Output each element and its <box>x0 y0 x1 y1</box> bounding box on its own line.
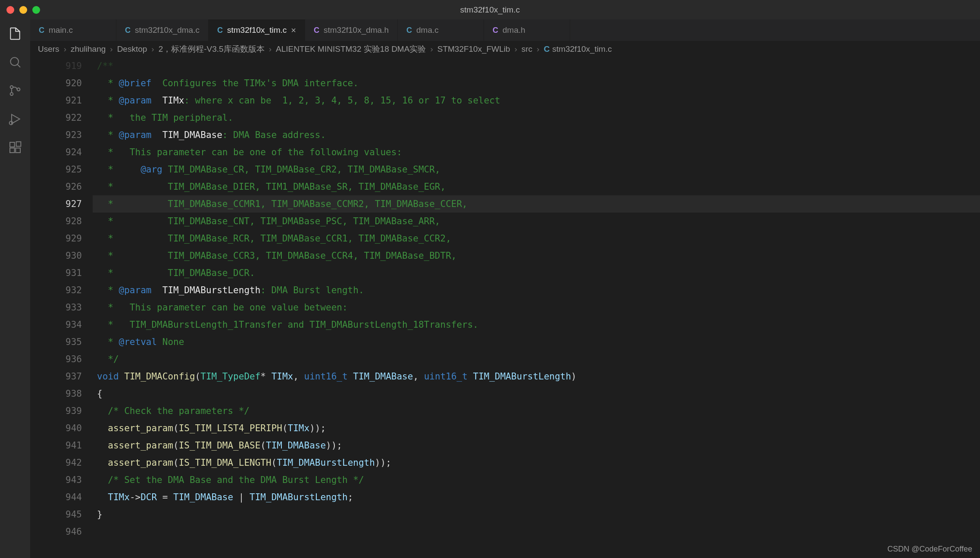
svg-point-0 <box>10 57 19 66</box>
code-token: None <box>157 337 184 347</box>
line-number: 930 <box>30 247 82 264</box>
code-token: ( <box>173 440 179 451</box>
svg-rect-7 <box>10 142 15 147</box>
code-line[interactable]: /* Check the parameters */ <box>93 402 980 420</box>
code-line[interactable]: * @brief Configures the TIMx's DMA inter… <box>93 75 980 92</box>
tab-label: stm32f10x_dma.c <box>135 25 200 35</box>
tab-dma-c[interactable]: Cdma.c <box>398 19 484 41</box>
line-number: 932 <box>30 282 82 299</box>
code-token <box>151 130 162 140</box>
code-token: { <box>97 389 103 399</box>
breadcrumb-segment[interactable]: 2，标准例程-V3.5库函数版本 <box>159 44 265 55</box>
extensions-icon[interactable] <box>7 140 23 155</box>
code-token: TIM_TypeDef <box>200 371 260 382</box>
code-line[interactable] <box>93 523 980 540</box>
minimize-window-button[interactable] <box>19 6 27 14</box>
code-token: Configures the TIMx's DMA interface. <box>151 78 358 88</box>
tab-main-c[interactable]: Cmain.c <box>30 19 116 41</box>
line-number: 936 <box>30 351 82 368</box>
explorer-icon[interactable] <box>7 26 23 41</box>
code-token: TIMx <box>288 423 310 433</box>
source-control-icon[interactable] <box>7 83 23 98</box>
code-line[interactable]: * TIM_DMABurstLength_1Transfer and TIM_D… <box>93 316 980 333</box>
code-line[interactable]: * @retval None <box>93 333 980 351</box>
breadcrumb-segment[interactable]: Desktop <box>117 44 147 54</box>
code-token: /** <box>97 61 113 71</box>
code-line[interactable]: * TIM_DMABase_CCR3, TIM_DMABase_CCR4, TI… <box>93 247 980 264</box>
code-line[interactable]: * This parameter can be one of the follo… <box>93 144 980 161</box>
tab-stm32f10x_dma-c[interactable]: Cstm32f10x_dma.c <box>116 19 209 41</box>
code-token: ; <box>348 492 353 502</box>
svg-rect-9 <box>16 148 20 153</box>
code-token: /* Check the parameters */ <box>108 406 250 416</box>
tab-stm32f10x_dma-h[interactable]: Cstm32f10x_dma.h <box>305 19 398 41</box>
c-file-icon: C <box>217 26 223 35</box>
chevron-right-icon: › <box>515 44 517 54</box>
code-token: ( <box>282 423 288 433</box>
code-line[interactable]: * the TIM peripheral. <box>93 109 980 126</box>
code-line[interactable]: assert_param(IS_TIM_DMA_LENGTH(TIM_DMABu… <box>93 454 980 471</box>
code-token: )); <box>309 423 326 433</box>
code-token: TIM_DMABase <box>173 492 233 502</box>
code-content[interactable]: /** * @brief Configures the TIMx's DMA i… <box>93 57 980 558</box>
watermark-label: CSDN @CodeForCoffee <box>887 545 972 554</box>
code-line[interactable]: */ <box>93 351 980 368</box>
code-line[interactable]: { <box>93 385 980 402</box>
code-line[interactable]: * @param TIM_DMABase: DMA Base address. <box>93 126 980 144</box>
code-line[interactable]: /** <box>93 57 980 75</box>
maximize-window-button[interactable] <box>32 6 40 14</box>
code-token: * TIM_DMABurstLength_1Transfer and TIM_D… <box>97 320 478 330</box>
line-number: 927 <box>30 195 82 213</box>
code-token: * <box>97 164 140 175</box>
code-line[interactable]: void TIM_DMAConfig(TIM_TypeDef* TIMx, ui… <box>93 368 980 385</box>
code-line[interactable]: TIMx->DCR = TIM_DMABase | TIM_DMABurstLe… <box>93 489 980 506</box>
tab-dma-h[interactable]: Cdma.h <box>484 19 570 41</box>
tab-label: dma.h <box>502 25 525 35</box>
code-line[interactable]: * TIM_DMABase_DCR. <box>93 264 980 282</box>
close-icon[interactable]: × <box>291 25 296 35</box>
line-number: 921 <box>30 92 82 109</box>
code-token: * TIM_DMABase_CCR3, TIM_DMABase_CCR4, TI… <box>97 251 456 261</box>
code-line[interactable]: assert_param(IS_TIM_DMA_BASE(TIM_DMABase… <box>93 437 980 454</box>
code-token: * <box>97 130 119 140</box>
chevron-right-icon: › <box>64 44 66 54</box>
breadcrumb-segment[interactable]: Users <box>38 44 59 54</box>
close-window-button[interactable] <box>6 6 14 14</box>
code-line[interactable]: * TIM_DMABase_CNT, TIM_DMABase_PSC, TIM_… <box>93 213 980 230</box>
line-number: 928 <box>30 213 82 230</box>
code-token: @brief <box>119 78 152 88</box>
breadcrumbs[interactable]: Users›zhulihang›Desktop›2，标准例程-V3.5库函数版本… <box>30 41 980 57</box>
code-line[interactable]: * @param TIMx: where x can be 1, 2, 3, 4… <box>93 92 980 109</box>
code-line[interactable]: * TIM_DMABase_RCR, TIM_DMABase_CCR1, TIM… <box>93 230 980 247</box>
code-token: -> <box>130 492 140 502</box>
breadcrumb-segment[interactable]: ALIENTEK MINISTM32 实验18 DMA实验 <box>276 44 426 55</box>
code-token: ( <box>260 440 266 451</box>
code-line[interactable]: /* Set the DMA Base and the DMA Burst Le… <box>93 471 980 489</box>
code-line[interactable]: assert_param(IS_TIM_LIST4_PERIPH(TIMx)); <box>93 420 980 437</box>
line-number: 923 <box>30 126 82 144</box>
search-icon[interactable] <box>7 54 23 70</box>
code-token: * TIM_DMABase_CNT, TIM_DMABase_PSC, TIM_… <box>97 216 440 226</box>
code-line[interactable]: * @arg TIM_DMABase_CR, TIM_DMABase_CR2, … <box>93 161 980 178</box>
code-line[interactable]: * TIM_DMABase_DIER, TIM1_DMABase_SR, TIM… <box>93 178 980 195</box>
code-line[interactable]: * @param TIM_DMABurstLength: DMA Burst l… <box>93 282 980 299</box>
window-title: stm32f10x_tim.c <box>460 5 520 15</box>
breadcrumb-segment[interactable]: src <box>521 44 532 54</box>
line-number: 942 <box>30 454 82 471</box>
code-line[interactable]: * This parameter can be one value betwee… <box>93 299 980 316</box>
code-editor[interactable]: 9199209219229239249259269279289299309319… <box>30 57 980 558</box>
code-line[interactable]: * TIM_DMABase_CCMR1, TIM_DMABase_CCMR2, … <box>93 195 980 213</box>
breadcrumb-file[interactable]: stm32f10x_tim.c <box>552 44 612 54</box>
code-line[interactable]: } <box>93 506 980 523</box>
line-number: 933 <box>30 299 82 316</box>
code-token: assert_param <box>108 440 173 451</box>
line-number: 919 <box>30 57 82 75</box>
code-token: , <box>293 371 304 382</box>
breadcrumb-segment[interactable]: STM32F10x_FWLib <box>437 44 510 54</box>
code-token: * <box>97 337 119 347</box>
breadcrumb-segment[interactable]: zhulihang <box>71 44 106 54</box>
run-debug-icon[interactable] <box>7 111 23 127</box>
line-number: 941 <box>30 437 82 454</box>
tab-stm32f10x_tim-c[interactable]: Cstm32f10x_tim.c× <box>209 19 305 41</box>
code-token: TIM_DMAConfig <box>124 371 195 382</box>
